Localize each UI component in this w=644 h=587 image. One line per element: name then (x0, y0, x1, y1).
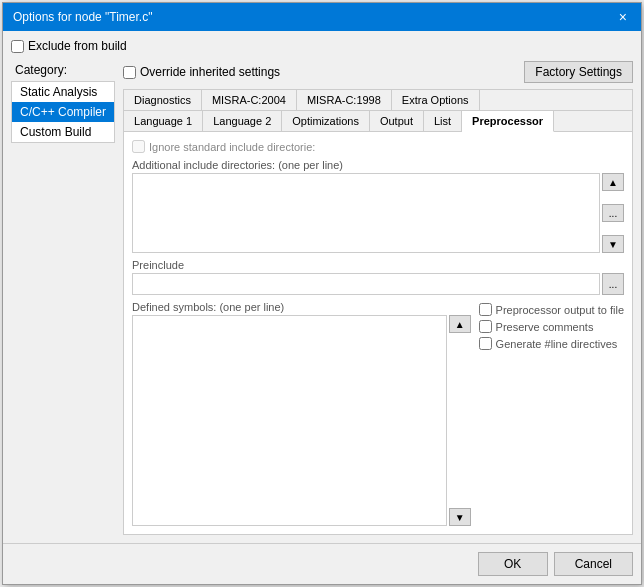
tab-extra-options[interactable]: Extra Options (392, 90, 480, 110)
ignore-std-row: Ignore standard include directorie: (132, 140, 624, 153)
category-label: Category: (11, 61, 115, 79)
preinclude-label: Preinclude (132, 259, 624, 271)
tab-language1[interactable]: Language 1 (124, 111, 203, 131)
close-button[interactable]: × (615, 9, 631, 25)
override-checkbox[interactable] (123, 66, 136, 79)
defined-symbols-section: Defined symbols: (one per line) ▲ ▼ (132, 301, 471, 526)
preinclude-section: Preinclude ... (132, 259, 624, 295)
defined-symbols-textarea[interactable] (132, 315, 447, 526)
tab-language2[interactable]: Language 2 (203, 111, 282, 131)
tab-misra-1998[interactable]: MISRA-C:1998 (297, 90, 392, 110)
sidebar: Category: Static Analysis C/C++ Compiler… (11, 61, 115, 535)
preserve-comments-label[interactable]: Preserve comments (479, 320, 624, 333)
dialog-body: Exclude from build Category: Static Anal… (3, 31, 641, 543)
factory-settings-button[interactable]: Factory Settings (524, 61, 633, 83)
defined-symbols-label: Defined symbols: (one per line) (132, 301, 471, 313)
additional-inc-label: Additional include directories: (one per… (132, 159, 624, 171)
category-list: Static Analysis C/C++ Compiler Custom Bu… (11, 81, 115, 143)
title-bar: Options for node "Timer.c" × (3, 3, 641, 31)
ignore-std-label: Ignore standard include directorie: (149, 141, 315, 153)
defined-symbols-scroll-up[interactable]: ▲ (449, 315, 471, 333)
override-row: Override inherited settings Factory Sett… (123, 61, 633, 83)
sidebar-item-cpp-compiler[interactable]: C/C++ Compiler (12, 102, 114, 122)
tab-list[interactable]: List (424, 111, 462, 131)
override-label[interactable]: Override inherited settings (123, 65, 280, 79)
generate-line-checkbox[interactable] (479, 337, 492, 350)
preinclude-field-wrapper: ... (132, 273, 624, 295)
tab-row-2: Language 1 Language 2 Optimizations Outp… (124, 111, 632, 132)
ignore-std-checkbox[interactable] (132, 140, 145, 153)
tabs-container: Diagnostics MISRA-C:2004 MISRA-C:1998 Ex… (123, 89, 633, 535)
right-checkboxes: Preprocessor output to file Preserve com… (479, 301, 624, 526)
preprocessor-output-checkbox[interactable] (479, 303, 492, 316)
exclude-from-build-label[interactable]: Exclude from build (11, 39, 127, 53)
main-content: Category: Static Analysis C/C++ Compiler… (11, 61, 633, 535)
sidebar-item-static-analysis[interactable]: Static Analysis (12, 82, 114, 102)
tab-optimizations[interactable]: Optimizations (282, 111, 370, 131)
preinclude-input[interactable] (132, 273, 600, 295)
defined-symbols-scroll-btns: ▲ ▼ (449, 315, 471, 526)
additional-inc-field-wrapper: ▲ ... ▼ (132, 173, 624, 253)
sidebar-item-custom-build[interactable]: Custom Build (12, 122, 114, 142)
generate-line-label[interactable]: Generate #line directives (479, 337, 624, 350)
tab-output[interactable]: Output (370, 111, 424, 131)
cancel-button[interactable]: Cancel (554, 552, 633, 576)
dialog-title: Options for node "Timer.c" (13, 10, 152, 24)
dialog-footer: OK Cancel (3, 543, 641, 584)
preserve-comments-checkbox[interactable] (479, 320, 492, 333)
preprocessor-output-label[interactable]: Preprocessor output to file (479, 303, 624, 316)
tab-row-1: Diagnostics MISRA-C:2004 MISRA-C:1998 Ex… (124, 90, 632, 111)
right-panel: Override inherited settings Factory Sett… (123, 61, 633, 535)
additional-inc-scroll-up[interactable]: ▲ (602, 173, 624, 191)
dialog: Options for node "Timer.c" × Exclude fro… (2, 2, 642, 585)
additional-inc-scroll-down[interactable]: ▼ (602, 235, 624, 253)
ok-button[interactable]: OK (478, 552, 548, 576)
additional-inc-textarea[interactable] (132, 173, 600, 253)
defined-symbols-wrapper: ▲ ▼ (132, 315, 471, 526)
additional-inc-section: Additional include directories: (one per… (132, 159, 624, 253)
bottom-section: Defined symbols: (one per line) ▲ ▼ (132, 301, 624, 526)
preprocessor-tab-content: Ignore standard include directorie: Addi… (124, 132, 632, 534)
tab-diagnostics[interactable]: Diagnostics (124, 90, 202, 110)
additional-inc-browse[interactable]: ... (602, 204, 624, 222)
tab-misra-2004[interactable]: MISRA-C:2004 (202, 90, 297, 110)
top-row: Exclude from build (11, 39, 633, 53)
tab-preprocessor[interactable]: Preprocessor (462, 111, 554, 132)
additional-inc-scroll-btns: ▲ ... ▼ (602, 173, 624, 253)
preinclude-browse-btn[interactable]: ... (602, 273, 624, 295)
defined-symbols-scroll-down[interactable]: ▼ (449, 508, 471, 526)
exclude-from-build-checkbox[interactable] (11, 40, 24, 53)
